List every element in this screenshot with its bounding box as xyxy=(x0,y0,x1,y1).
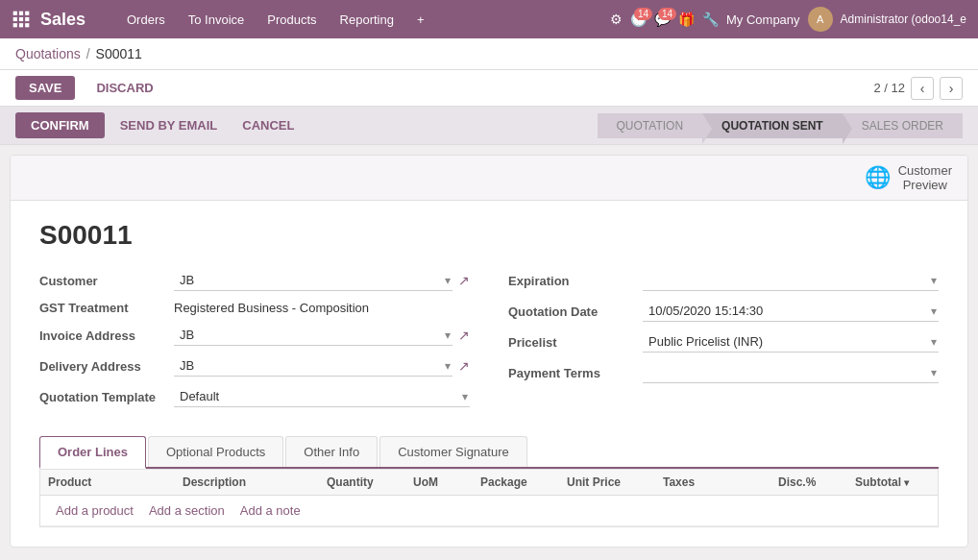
customer-value: ↗ xyxy=(174,270,470,291)
delivery-external-link[interactable]: ↗ xyxy=(458,358,470,374)
send-email-button[interactable]: SEND BY EMAIL xyxy=(110,112,228,138)
customer-label: Customer xyxy=(39,274,174,288)
pager-prev[interactable]: ‹ xyxy=(911,77,934,100)
quotation-template-field-row: Quotation Template Default xyxy=(39,386,470,407)
status-steps: QUOTATION QUOTATION SENT SALES ORDER xyxy=(598,113,963,138)
tabs-bar: Order Lines Optional Products Other Info… xyxy=(39,436,939,469)
tab-order-lines[interactable]: Order Lines xyxy=(39,436,146,469)
messages-icon[interactable]: 💬14 xyxy=(654,12,671,27)
col-uom: UoM xyxy=(413,475,480,489)
avatar[interactable]: A xyxy=(808,7,833,32)
status-sales-order[interactable]: SALES ORDER xyxy=(843,113,963,138)
add-section-link[interactable]: Add a section xyxy=(149,503,225,518)
col-unit-price: Unit Price xyxy=(567,475,663,489)
tab-customer-signature[interactable]: Customer Signature xyxy=(379,436,527,467)
quotation-template-select[interactable]: Default xyxy=(174,386,470,407)
main-menu: Orders To Invoice Products Reporting + xyxy=(117,9,610,31)
nav-right: ⚙ 🕐14 💬14 🎁 🔧 My Company A Administrator… xyxy=(610,7,966,32)
add-note-link[interactable]: Add a note xyxy=(240,503,301,518)
invoice-field-row: Invoice Address ↗ xyxy=(39,325,470,346)
col-package: Package xyxy=(480,475,567,489)
pricelist-select-wrapper: Public Pricelist (INR) xyxy=(643,331,939,353)
quotation-date-label: Quotation Date xyxy=(508,304,643,319)
invoice-select-wrapper xyxy=(174,325,452,346)
pricelist-label: Pricelist xyxy=(508,335,643,350)
invoice-input[interactable] xyxy=(174,325,452,346)
settings-icon[interactable]: ⚙ xyxy=(610,12,623,27)
expiration-field-row: Expiration xyxy=(508,270,939,291)
menu-products[interactable]: Products xyxy=(257,9,326,31)
quotation-template-select-wrapper: Default xyxy=(174,386,470,407)
tab-optional-products[interactable]: Optional Products xyxy=(148,436,283,467)
breadcrumb-parent[interactable]: Quotations xyxy=(15,46,81,61)
col-taxes: Taxes xyxy=(663,475,778,489)
menu-plus[interactable]: + xyxy=(407,9,434,31)
company-name[interactable]: My Company xyxy=(726,12,800,27)
form-fields: Customer ↗ GST Treatment Registered Busi… xyxy=(39,270,939,417)
delivery-select-wrapper xyxy=(174,355,452,377)
customer-external-link[interactable]: ↗ xyxy=(458,273,470,288)
svg-rect-8 xyxy=(25,23,29,27)
confirm-button[interactable]: CONFIRM xyxy=(15,112,105,138)
menu-to-invoice[interactable]: To Invoice xyxy=(179,9,255,31)
quotation-date-select-wrapper xyxy=(643,301,939,322)
status-quotation-sent[interactable]: QUOTATION SENT xyxy=(702,113,843,138)
pricelist-field-row: Pricelist Public Pricelist (INR) xyxy=(508,331,939,353)
svg-rect-2 xyxy=(25,12,29,15)
svg-rect-0 xyxy=(13,12,17,15)
tab-other-info[interactable]: Other Info xyxy=(285,436,378,467)
tools-icon[interactable]: 🔧 xyxy=(702,12,719,27)
menu-reporting[interactable]: Reporting xyxy=(330,9,403,31)
cancel-button[interactable]: CANCEL xyxy=(232,112,304,138)
save-button[interactable]: SAVE xyxy=(15,76,75,100)
payment-terms-select[interactable] xyxy=(643,362,939,383)
status-bar: CONFIRM SEND BY EMAIL CANCEL QUOTATION Q… xyxy=(0,107,978,145)
customer-preview-button[interactable]: 🌐 CustomerPreview xyxy=(865,163,952,192)
quotation-date-value xyxy=(643,301,939,322)
customer-input[interactable] xyxy=(174,270,452,291)
discard-button[interactable]: DISCARD xyxy=(83,76,166,100)
quotation-date-field-row: Quotation Date xyxy=(508,301,939,322)
main-content: 🌐 CustomerPreview S00011 Customer xyxy=(0,145,978,557)
svg-rect-1 xyxy=(19,12,23,15)
apps-icon[interactable] xyxy=(12,10,40,29)
delivery-input[interactable] xyxy=(174,355,452,377)
gift-icon[interactable]: 🎁 xyxy=(678,12,695,27)
action-bar: SAVE DISCARD 2 / 12 ‹ › xyxy=(0,70,978,107)
pricelist-select[interactable]: Public Pricelist (INR) xyxy=(643,331,939,353)
svg-rect-4 xyxy=(19,17,23,21)
quotation-date-input[interactable] xyxy=(643,301,939,322)
payment-terms-label: Payment Terms xyxy=(508,366,643,380)
expiration-label: Expiration xyxy=(508,274,643,288)
expiration-select-wrapper xyxy=(643,270,939,291)
status-quotation[interactable]: QUOTATION xyxy=(598,113,703,138)
activity-badge: 14 xyxy=(634,8,652,20)
svg-rect-5 xyxy=(25,17,29,21)
col-quantity: Quantity xyxy=(327,475,413,489)
order-lines-table: Product Description Quantity UoM Package… xyxy=(39,469,939,527)
menu-orders[interactable]: Orders xyxy=(117,9,175,31)
expiration-input[interactable] xyxy=(643,270,939,291)
col-disc: Disc.% xyxy=(778,475,855,489)
pager-next[interactable]: › xyxy=(940,77,963,100)
customer-field-row: Customer ↗ xyxy=(39,270,470,291)
svg-rect-7 xyxy=(19,23,23,27)
form-left-col: Customer ↗ GST Treatment Registered Busi… xyxy=(39,270,470,417)
pager-info: 2 / 12 xyxy=(873,81,905,95)
invoice-label: Invoice Address xyxy=(39,329,174,343)
add-product-link[interactable]: Add a product xyxy=(56,503,134,518)
svg-rect-3 xyxy=(13,17,17,21)
activity-icon[interactable]: 🕐14 xyxy=(630,12,647,27)
breadcrumb-current: S00011 xyxy=(96,46,142,61)
pricelist-value: Public Pricelist (INR) xyxy=(643,331,939,353)
invoice-value: ↗ xyxy=(174,325,470,346)
quotation-template-value: Default xyxy=(174,386,470,407)
col-actions xyxy=(951,475,968,489)
col-product: Product xyxy=(48,475,183,489)
payment-terms-value xyxy=(643,362,939,383)
col-subtotal[interactable]: Subtotal xyxy=(855,475,951,489)
invoice-external-link[interactable]: ↗ xyxy=(458,328,470,343)
expiration-value xyxy=(643,270,939,291)
table-add-row: Add a product Add a section Add a note xyxy=(40,496,938,526)
gst-field-row: GST Treatment Registered Business - Comp… xyxy=(39,301,470,315)
